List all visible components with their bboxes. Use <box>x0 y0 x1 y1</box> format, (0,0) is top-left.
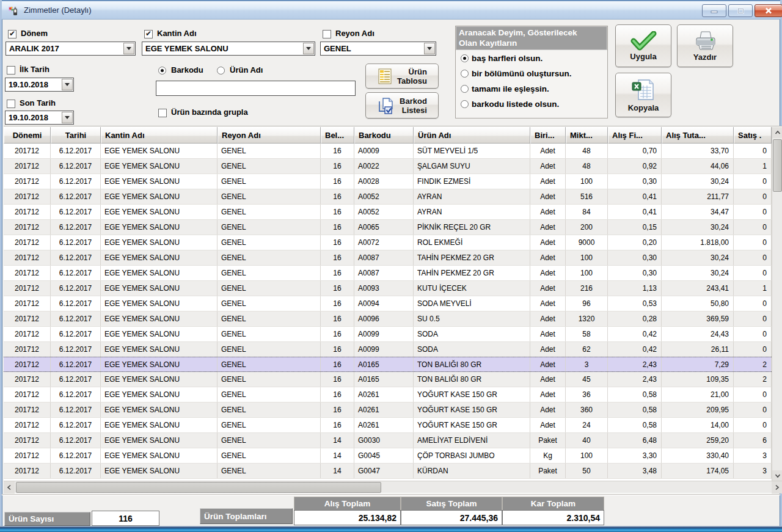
donem-dropdown-arrow-icon[interactable] <box>123 43 134 54</box>
bas-harfleri-radio[interactable] <box>461 54 469 62</box>
table-row[interactable]: 2017126.12.2017EGE YEMEK SALONUGENEL16A0… <box>4 342 772 357</box>
table-row[interactable]: 2017126.12.2017EGE YEMEK SALONUGENEL16A0… <box>4 174 772 189</box>
column-header[interactable]: Mikt... <box>566 127 608 144</box>
table-cell: Adet <box>530 296 566 311</box>
scroll-up-icon[interactable] <box>772 127 782 138</box>
table-cell: GENEL <box>217 220 321 235</box>
column-header[interactable]: Barkodu <box>354 127 414 144</box>
donem-select[interactable]: ARALIK 2017 <box>5 42 136 56</box>
table-cell: 14 <box>321 464 354 478</box>
table-row[interactable]: 2017126.12.2017EGE YEMEK SALONUGENEL16A0… <box>4 387 772 403</box>
urun-adi-radio[interactable] <box>217 67 225 75</box>
column-header[interactable]: Ürün Adı <box>414 127 530 144</box>
urun-sayisi-label: Ürün Sayısı <box>4 512 90 526</box>
table-row[interactable]: 2017126.12.2017EGE YEMEK SALONUGENEL14G0… <box>4 448 772 464</box>
option-bas-harfleri[interactable]: baş harfleri olsun. <box>456 52 607 65</box>
ilk-tarih-dropdown-arrow-icon[interactable] <box>62 79 73 90</box>
table-cell: 30,24 <box>662 174 734 189</box>
table-cell: 2,43 <box>608 357 662 371</box>
option-tamami-ile[interactable]: tamamı ile eşleşsin. <box>456 82 607 96</box>
table-row[interactable]: 2017126.12.2017EGE YEMEK SALONUGENEL16A0… <box>4 327 772 342</box>
ilk-tarih-select[interactable]: 19.10.2018 <box>5 78 74 92</box>
table-row[interactable]: 2017126.12.2017EGE YEMEK SALONUGENEL16A0… <box>4 281 772 296</box>
option-bir-bolumunu[interactable]: bir bölümünü oluştursun. <box>456 67 607 81</box>
minimize-button[interactable] <box>702 4 726 17</box>
table-row[interactable]: 2017126.12.2017EGE YEMEK SALONUGENEL16A0… <box>4 250 772 266</box>
urun-tablosu-button[interactable]: Ürün Tablosu <box>365 64 439 89</box>
maximize-button[interactable] <box>728 4 753 17</box>
column-header[interactable]: Tarihi <box>51 127 101 144</box>
table-row[interactable]: 2017126.12.2017EGE YEMEK SALONUGENEL16A0… <box>4 357 772 372</box>
table-row[interactable]: 2017126.12.2017EGE YEMEK SALONUGENEL16A0… <box>4 144 772 159</box>
column-header[interactable]: Bel... <box>321 127 354 144</box>
table-row[interactable]: 2017126.12.2017EGE YEMEK SALONUGENEL16A0… <box>4 189 772 205</box>
son-tarih-select[interactable]: 19.10.2018 <box>5 111 74 125</box>
kopyala-button[interactable]: Kopyala <box>615 73 671 117</box>
kantin-select[interactable]: EGE YEMEK SALONU <box>142 42 315 56</box>
horizontal-scrollbar[interactable] <box>4 481 782 493</box>
scroll-down-icon[interactable] <box>772 470 782 481</box>
barkod-listesi-button[interactable]: Barkod Listesi <box>365 92 439 118</box>
reyon-checkbox[interactable] <box>323 30 331 38</box>
table-cell: 6.12.2017 <box>51 387 101 402</box>
column-header[interactable]: Satış . <box>734 127 772 144</box>
barkodu-radio[interactable] <box>158 67 166 75</box>
search-input[interactable] <box>156 81 356 96</box>
horizontal-scroll-thumb[interactable] <box>16 482 381 493</box>
urun-tablosu-label-line1: Ürün <box>409 67 427 76</box>
vertical-scroll-thumb[interactable] <box>773 139 782 192</box>
uygula-button[interactable]: Uygula <box>615 24 671 67</box>
scroll-left-icon[interactable] <box>4 481 15 494</box>
column-header[interactable]: Alış Tuta... <box>662 127 734 144</box>
table-row[interactable]: 2017126.12.2017EGE YEMEK SALONUGENEL16A0… <box>4 372 772 387</box>
table-cell: 259,20 <box>662 433 734 448</box>
table-row[interactable]: 2017126.12.2017EGE YEMEK SALONUGENEL16A0… <box>4 403 772 418</box>
kantin-dropdown-arrow-icon[interactable] <box>303 43 314 54</box>
yazdir-button[interactable]: Yazdır <box>677 24 733 67</box>
column-header[interactable]: Biri... <box>530 127 566 144</box>
son-tarih-dropdown-arrow-icon[interactable] <box>62 112 73 123</box>
table-row[interactable]: 2017126.12.2017EGE YEMEK SALONUGENEL16A0… <box>4 266 772 281</box>
table-cell: Adet <box>530 189 566 204</box>
table-cell: EGE YEMEK SALONU <box>101 174 217 189</box>
donem-checkbox[interactable] <box>8 30 16 38</box>
table-cell: 0 <box>734 342 772 357</box>
table-cell: EGE YEMEK SALONU <box>101 357 217 371</box>
table-cell: 201712 <box>4 372 51 387</box>
table-row[interactable]: 2017126.12.2017EGE YEMEK SALONUGENEL16A0… <box>4 205 772 220</box>
column-header[interactable]: Alış Fi... <box>608 127 662 144</box>
table-row[interactable]: 2017126.12.2017EGE YEMEK SALONUGENEL14G0… <box>4 464 772 479</box>
barkodu-listede-radio[interactable] <box>461 100 469 108</box>
reyon-dropdown-arrow-icon[interactable] <box>424 43 435 54</box>
table-row[interactable]: 2017126.12.2017EGE YEMEK SALONUGENEL16A0… <box>4 296 772 312</box>
son-tarih-checkbox[interactable] <box>7 100 15 108</box>
reyon-select[interactable]: GENEL <box>320 42 436 56</box>
apply-check-icon <box>630 31 657 51</box>
scroll-right-icon[interactable] <box>772 481 782 494</box>
table-cell: 14,00 <box>662 418 734 432</box>
table-row[interactable]: 2017126.12.2017EGE YEMEK SALONUGENEL16A0… <box>4 235 772 250</box>
table-row[interactable]: 2017126.12.2017EGE YEMEK SALONUGENEL16A0… <box>4 312 772 327</box>
column-header[interactable]: Kantin Adı <box>101 127 217 144</box>
tamami-ile-radio[interactable] <box>461 85 469 93</box>
table-row[interactable]: 2017126.12.2017EGE YEMEK SALONUGENEL14G0… <box>4 433 772 448</box>
ilk-tarih-checkbox[interactable] <box>7 66 15 75</box>
table-cell: SU 0.5 <box>414 312 530 326</box>
table-row[interactable]: 2017126.12.2017EGE YEMEK SALONUGENEL16A0… <box>4 418 772 433</box>
kantin-checkbox[interactable] <box>144 30 153 38</box>
bir-bolumunu-radio[interactable] <box>461 70 469 78</box>
table-cell: 6.12.2017 <box>51 296 101 311</box>
close-button[interactable] <box>755 4 782 17</box>
column-header[interactable]: Dönemi <box>4 127 51 144</box>
option-barkodu-listede[interactable]: barkodu listede olsun. <box>456 98 607 111</box>
barkod-listesi-label-line2: Listesi <box>402 106 427 115</box>
table-cell: 109,35 <box>662 372 734 387</box>
column-header[interactable]: Reyon Adı <box>217 127 321 144</box>
window-bottom-frame <box>0 526 782 532</box>
table-row[interactable]: 2017126.12.2017EGE YEMEK SALONUGENEL16A0… <box>4 159 772 174</box>
table-cell: YOĞURT KASE 150 GR <box>414 418 530 432</box>
vertical-scrollbar[interactable] <box>772 127 782 481</box>
bir-bolumunu-label: bir bölümünü oluştursun. <box>472 69 571 78</box>
table-row[interactable]: 2017126.12.2017EGE YEMEK SALONUGENEL16A0… <box>4 220 772 235</box>
grupla-checkbox[interactable] <box>158 109 167 117</box>
